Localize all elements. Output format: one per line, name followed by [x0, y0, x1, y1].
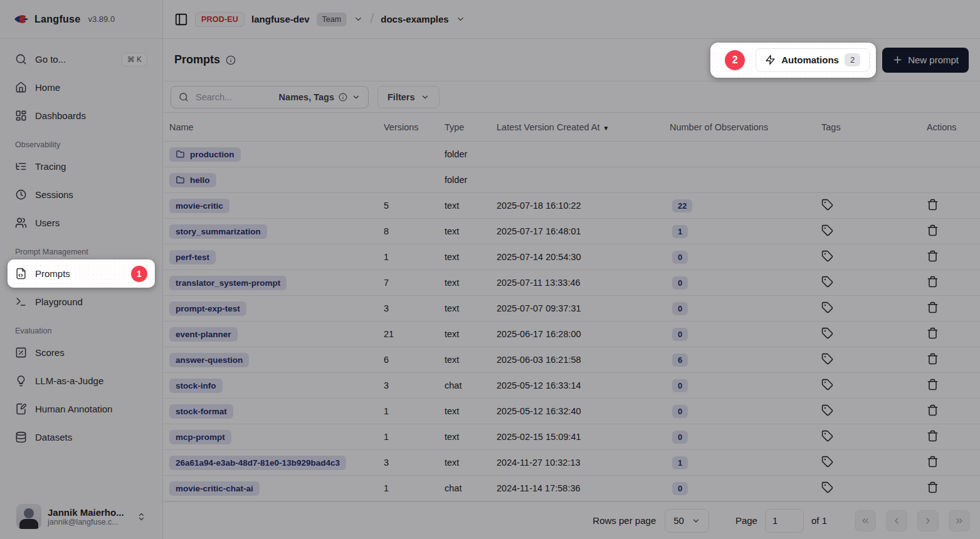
prompt-link[interactable]: stock-info [169, 379, 223, 393]
prompt-link[interactable]: event-planner [169, 327, 238, 342]
tag-icon[interactable] [821, 276, 833, 288]
trash-icon[interactable] [927, 456, 939, 468]
observation-count-badge[interactable]: 0 [672, 405, 688, 418]
observation-count-badge[interactable]: 6 [672, 353, 688, 367]
last-page-button[interactable] [949, 510, 970, 531]
trash-icon[interactable] [927, 404, 939, 416]
tag-icon[interactable] [821, 481, 833, 493]
folder-link[interactable]: hello [169, 173, 216, 187]
search-input[interactable] [194, 92, 268, 103]
col-tags[interactable]: Tags [814, 122, 915, 132]
sidebar-item-dashboards[interactable]: Dashboards [8, 102, 155, 130]
observation-count-badge[interactable]: 1 [672, 225, 688, 238]
table-row[interactable]: movie-critic5text2025-07-18 16:10:2222 [163, 193, 980, 219]
chevron-down-icon[interactable] [456, 14, 465, 24]
tag-icon[interactable] [821, 199, 833, 211]
table-row[interactable]: 26a61a94-e3ab-48d7-81e0-13b929bad4c33tex… [163, 450, 980, 476]
prompt-link[interactable]: movie-critic [169, 199, 229, 213]
table-row[interactable]: movie-critic-chat-ai1chat2024-11-14 17:5… [163, 476, 980, 501]
sidebar-item-sessions[interactable]: Sessions [8, 181, 155, 209]
next-page-button[interactable] [917, 510, 939, 531]
sidebar-item-human-annotation[interactable]: Human Annotation [8, 395, 155, 423]
observation-count-badge[interactable]: 0 [672, 302, 688, 315]
first-page-button[interactable] [855, 510, 876, 531]
trash-icon[interactable] [927, 379, 939, 390]
table-row[interactable]: story_summarization8text2025-07-17 16:48… [163, 219, 980, 244]
trash-icon[interactable] [927, 481, 939, 493]
prompt-link[interactable]: stock-format [169, 404, 233, 419]
trash-icon[interactable] [927, 353, 939, 365]
table-row[interactable]: prompt-exp-test3text2025-07-07 09:37:310 [163, 296, 980, 322]
prompt-link[interactable]: translator_system-prompt [169, 276, 287, 290]
trash-icon[interactable] [927, 327, 939, 339]
tag-icon[interactable] [821, 404, 833, 416]
col-number-of-observations[interactable]: Number of Observations [663, 122, 814, 132]
info-icon[interactable] [226, 55, 236, 65]
sidebar-item-playground[interactable]: Playground [8, 288, 155, 316]
prompt-link[interactable]: movie-critic-chat-ai [169, 481, 260, 496]
page-number-input[interactable] [765, 509, 804, 533]
sidebar-item-users[interactable]: Users [8, 209, 155, 237]
trash-icon[interactable] [927, 224, 939, 236]
table-row[interactable]: productionfolder [163, 142, 980, 167]
table-row[interactable]: translator_system-prompt7text2025-07-11 … [163, 270, 980, 296]
org-name[interactable]: langfuse-dev [251, 14, 310, 24]
tag-icon[interactable] [821, 301, 833, 313]
observation-count-badge[interactable]: 0 [672, 482, 688, 495]
trash-icon[interactable] [927, 199, 939, 211]
table-row[interactable]: stock-info3chat2025-05-12 16:33:140 [163, 373, 980, 399]
prompt-link[interactable]: mcp-prompt [169, 430, 231, 444]
tag-icon[interactable] [821, 430, 833, 442]
prompt-link[interactable]: story_summarization [169, 224, 267, 239]
trash-icon[interactable] [927, 276, 939, 288]
table-row[interactable]: event-planner21text2025-06-17 16:28:000 [163, 322, 980, 347]
observation-count-badge[interactable]: 0 [672, 328, 688, 341]
sidebar-item-scores[interactable]: Scores [8, 338, 155, 367]
observation-count-badge[interactable]: 0 [672, 379, 688, 392]
table-row[interactable]: stock-format1text2025-05-12 16:32:400 [163, 399, 980, 424]
sidebar-item-datasets[interactable]: Datasets [8, 423, 155, 451]
observation-count-badge[interactable]: 22 [672, 199, 692, 212]
search-scope-select[interactable]: Names, Tags [279, 92, 361, 102]
prompt-link[interactable]: prompt-exp-test [169, 301, 246, 316]
new-prompt-button[interactable]: New prompt [882, 48, 969, 73]
tag-icon[interactable] [821, 456, 833, 468]
observation-count-badge[interactable]: 1 [672, 456, 688, 469]
col-versions[interactable]: Versions [377, 122, 438, 132]
sidebar-item-home[interactable]: Home [8, 73, 155, 102]
sidebar-item-llm-judge[interactable]: LLM-as-a-Judge [8, 367, 155, 395]
prompt-link[interactable]: answer-question [169, 353, 249, 367]
previous-page-button[interactable] [886, 510, 907, 531]
table-row[interactable]: perf-test1text2025-07-14 20:54:300 [163, 244, 980, 270]
prompt-link[interactable]: 26a61a94-e3ab-48d7-81e0-13b929bad4c3 [169, 456, 346, 470]
table-row[interactable]: hellofolder [163, 167, 980, 193]
project-name[interactable]: docs-examples [381, 14, 448, 24]
table-row[interactable]: mcp-prompt1text2025-02-15 15:09:410 [163, 424, 980, 450]
trash-icon[interactable] [927, 301, 939, 313]
sidebar-item-tracing[interactable]: Tracing [8, 152, 155, 181]
trash-icon[interactable] [927, 250, 939, 262]
tag-icon[interactable] [821, 250, 833, 262]
rows-per-page-select[interactable]: 50 [665, 509, 709, 533]
tag-icon[interactable] [821, 379, 833, 390]
tag-icon[interactable] [821, 353, 833, 365]
chevron-down-icon[interactable] [354, 14, 363, 24]
col-latest-version-created-at[interactable]: Latest Version Created At▼ [490, 122, 663, 132]
filters-button[interactable]: Filters [377, 86, 440, 108]
observation-count-badge[interactable]: 0 [672, 276, 688, 290]
prompt-link[interactable]: perf-test [169, 250, 216, 264]
observation-count-badge[interactable]: 0 [672, 431, 688, 444]
folder-link[interactable]: production [169, 147, 241, 162]
sidebar-item-goto[interactable]: Go to... ⌘ K [8, 45, 155, 73]
trash-icon[interactable] [927, 430, 939, 442]
user-menu[interactable]: Jannik Maierho... jannik@langfuse.c... [8, 496, 155, 539]
table-row[interactable]: answer-question6text2025-06-03 16:21:586 [163, 347, 980, 373]
col-type[interactable]: Type [438, 122, 490, 132]
tag-icon[interactable] [821, 327, 833, 339]
observation-count-badge[interactable]: 0 [672, 251, 688, 264]
tag-icon[interactable] [821, 224, 833, 236]
automations-button[interactable]: Automations 2 [756, 48, 870, 72]
sidebar-item-prompts[interactable]: Prompts 1 [8, 259, 155, 288]
col-name[interactable]: Name [163, 122, 377, 132]
sidebar-toggle-icon[interactable] [174, 13, 188, 26]
